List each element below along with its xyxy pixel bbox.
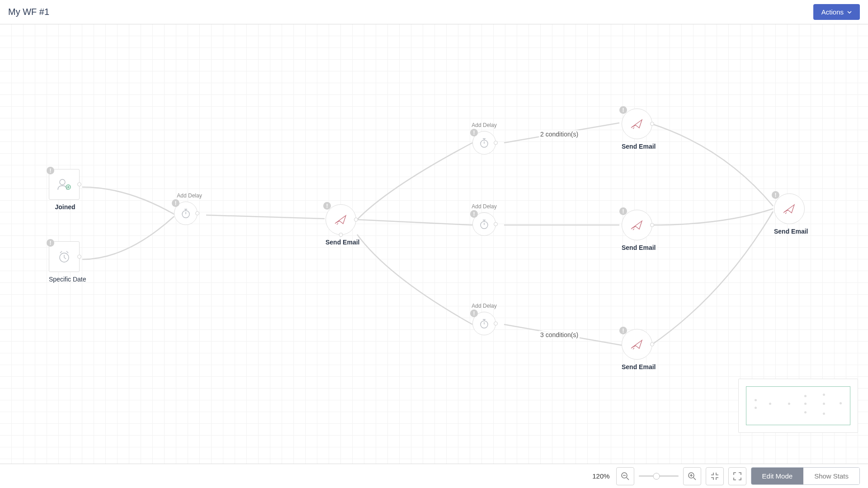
node-send-email-bot[interactable]: ! Send Email bbox=[622, 329, 654, 371]
alert-icon: ! bbox=[470, 129, 478, 136]
alert-icon: ! bbox=[172, 199, 179, 207]
user-plus-icon bbox=[57, 178, 72, 191]
alert-icon: ! bbox=[470, 210, 478, 218]
node-send-email-1[interactable]: ! Send Email bbox=[326, 204, 358, 246]
zoom-in-icon bbox=[688, 472, 697, 481]
alert-icon: ! bbox=[619, 207, 627, 215]
paper-plane-icon bbox=[783, 203, 796, 215]
output-port[interactable] bbox=[650, 343, 654, 347]
zoom-out-icon bbox=[621, 472, 630, 481]
caret-down-icon bbox=[847, 11, 852, 14]
stopwatch-icon bbox=[479, 219, 490, 230]
alert-icon: ! bbox=[619, 106, 627, 114]
actions-button-label: Actions bbox=[821, 8, 844, 16]
node-label: Send Email bbox=[622, 363, 654, 371]
node-delay-bot[interactable]: Add Delay ! bbox=[472, 312, 496, 335]
node-label: Send Email bbox=[326, 239, 358, 246]
zoom-level: 120% bbox=[592, 472, 609, 480]
output-port[interactable] bbox=[354, 218, 358, 222]
node-joined[interactable]: ! Joined bbox=[49, 169, 81, 211]
zoom-out-button[interactable] bbox=[616, 467, 634, 485]
slider-thumb[interactable] bbox=[653, 473, 660, 479]
node-delay-mid[interactable]: Add Delay ! bbox=[472, 212, 496, 236]
header-bar: My WF #1 Actions bbox=[0, 0, 868, 24]
bottom-toolbar: 120% Edit Mode Show Stats bbox=[0, 464, 868, 488]
node-label: Joined bbox=[49, 203, 81, 211]
alert-icon: ! bbox=[323, 202, 331, 210]
output-port[interactable] bbox=[494, 141, 498, 145]
alert-icon: ! bbox=[772, 191, 779, 199]
node-send-email-top[interactable]: ! Send Email bbox=[622, 108, 654, 150]
minimap-viewport[interactable] bbox=[746, 386, 850, 425]
svg-point-0 bbox=[60, 179, 65, 185]
mode-toggle: Edit Mode Show Stats bbox=[751, 467, 860, 485]
zoom-in-button[interactable] bbox=[683, 467, 701, 485]
output-port-bottom[interactable] bbox=[339, 233, 343, 237]
actions-button[interactable]: Actions bbox=[813, 4, 860, 20]
fullscreen-icon bbox=[733, 472, 742, 481]
stopwatch-icon bbox=[180, 208, 191, 219]
node-top-label: Add Delay bbox=[472, 303, 496, 309]
output-port[interactable] bbox=[650, 223, 654, 227]
page-title: My WF #1 bbox=[8, 7, 49, 17]
node-label: Send Email bbox=[622, 244, 654, 251]
edges-layer bbox=[0, 24, 868, 464]
alert-icon: ! bbox=[47, 239, 54, 247]
node-top-label: Add Delay bbox=[472, 122, 496, 128]
zoom-slider[interactable] bbox=[639, 467, 679, 485]
output-port[interactable] bbox=[195, 211, 199, 216]
clock-icon bbox=[57, 250, 71, 263]
node-label: Send Email bbox=[622, 143, 654, 150]
node-specific-date[interactable]: ! Specific Date bbox=[49, 241, 81, 283]
node-label: Specific Date bbox=[49, 276, 81, 283]
output-port[interactable] bbox=[494, 322, 498, 326]
output-port[interactable] bbox=[77, 183, 81, 187]
node-delay-1[interactable]: Add Delay ! bbox=[174, 202, 205, 225]
fit-icon bbox=[710, 472, 719, 481]
edge-label-conditions: 3 condition(s) bbox=[539, 331, 580, 339]
fit-button[interactable] bbox=[706, 467, 724, 485]
node-top-label: Add Delay bbox=[177, 192, 202, 199]
paper-plane-icon bbox=[630, 118, 644, 130]
node-send-email-mid[interactable]: ! Send Email bbox=[622, 210, 654, 251]
paper-plane-icon bbox=[630, 219, 644, 231]
fullscreen-button[interactable] bbox=[728, 467, 746, 485]
edit-mode-button[interactable]: Edit Mode bbox=[751, 468, 804, 484]
paper-plane-icon bbox=[334, 214, 348, 225]
alert-icon: ! bbox=[619, 327, 627, 334]
stopwatch-icon bbox=[479, 137, 490, 148]
edge-label-conditions: 2 condition(s) bbox=[539, 130, 580, 138]
node-send-email-final[interactable]: ! Send Email bbox=[774, 193, 807, 235]
minimap[interactable] bbox=[738, 379, 858, 433]
node-delay-top[interactable]: Add Delay ! bbox=[472, 131, 496, 155]
show-stats-button[interactable]: Show Stats bbox=[803, 468, 859, 484]
node-label: Send Email bbox=[774, 228, 807, 235]
workflow-canvas[interactable]: ! Joined ! Specific Date Add Delay bbox=[0, 24, 868, 464]
stopwatch-icon bbox=[479, 318, 490, 329]
output-port[interactable] bbox=[77, 255, 81, 259]
paper-plane-icon bbox=[630, 338, 644, 350]
alert-icon: ! bbox=[470, 310, 478, 317]
node-top-label: Add Delay bbox=[472, 203, 496, 210]
output-port[interactable] bbox=[650, 122, 654, 126]
alert-icon: ! bbox=[47, 167, 54, 174]
output-port[interactable] bbox=[494, 222, 498, 226]
